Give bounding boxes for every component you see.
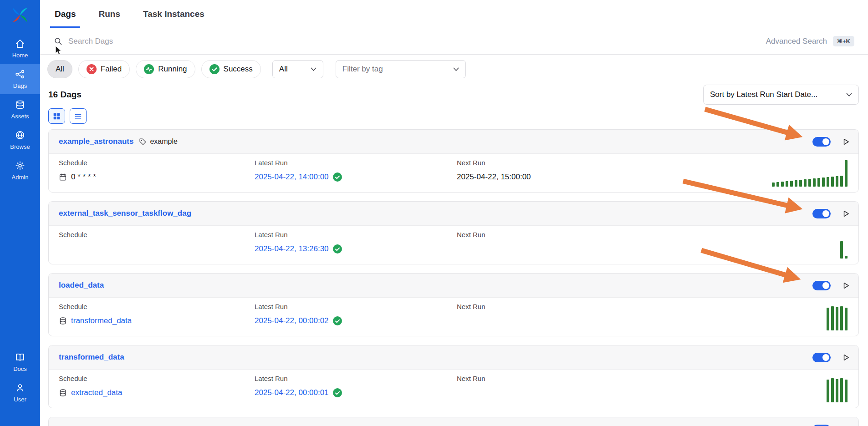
run-bar[interactable] [799, 180, 802, 187]
sidebar-item-docs[interactable]: Docs [0, 347, 40, 377]
run-bar[interactable] [817, 178, 820, 187]
run-history-sparkline[interactable] [827, 378, 848, 402]
run-history-sparkline[interactable] [827, 306, 848, 330]
run-bar[interactable] [781, 182, 784, 187]
trigger-dag-button[interactable] [842, 281, 850, 290]
dag-pause-toggle[interactable] [812, 425, 831, 426]
run-bar[interactable] [790, 181, 793, 187]
tab-dags[interactable]: Dags [54, 0, 77, 28]
filter-chip-all[interactable]: All [47, 60, 72, 78]
latest-run-link[interactable]: 2025-04-22, 00:00:02 [255, 316, 329, 325]
run-bar[interactable] [772, 183, 775, 187]
run-bar[interactable] [836, 307, 838, 330]
run-bar[interactable] [804, 179, 807, 187]
sidebar-item-admin[interactable]: Admin [0, 155, 40, 186]
latest-run-label: Latest Run [255, 375, 457, 382]
running-icon [144, 64, 154, 74]
dag-card-body: Schedule transformed_data Latest Run 202… [49, 298, 858, 336]
dag-card-header: external_task_sensor_taskflow_dag [49, 202, 858, 226]
schedule-value: 0 * * * * [59, 172, 255, 182]
sidebar-item-user[interactable]: User [0, 377, 40, 408]
toggle-knob [822, 354, 829, 361]
run-bar[interactable] [845, 256, 848, 259]
run-bar[interactable] [813, 178, 816, 187]
dag-name-link[interactable]: transformed_data [59, 353, 124, 362]
sort-select[interactable]: Sort by Latest Run Start Date... [703, 85, 859, 105]
dataset-icon [59, 389, 67, 397]
run-bar[interactable] [827, 380, 829, 402]
latest-run-link[interactable]: 2025-04-22, 00:00:01 [255, 388, 329, 397]
dag-name-link[interactable]: loaded_data [59, 281, 104, 290]
filter-chip-failed[interactable]: Failed [78, 60, 130, 78]
run-bar[interactable] [845, 380, 848, 402]
run-bar[interactable] [840, 176, 843, 187]
dag-pause-toggle[interactable] [812, 137, 831, 147]
run-bar[interactable] [822, 178, 825, 187]
list-header: 16 Dags Sort by Latest Run Start Date... [40, 84, 868, 105]
table-view-button[interactable] [70, 108, 87, 124]
dag-pause-toggle[interactable] [812, 209, 831, 218]
play-icon [842, 209, 850, 218]
chevron-down-icon [846, 93, 852, 97]
dag-name-link[interactable]: external_task_sensor_taskflow_dag [59, 209, 191, 218]
paused-filter-select[interactable]: All [272, 60, 323, 78]
tab-bar: Dags Runs Task Instances [40, 0, 868, 28]
sidebar-item-browse[interactable]: Browse [0, 125, 40, 155]
run-bar[interactable] [836, 176, 838, 187]
trigger-dag-button[interactable] [842, 137, 850, 146]
sidebar-item-home[interactable]: Home [0, 33, 40, 64]
run-bar[interactable] [845, 308, 848, 330]
latest-run-link[interactable]: 2025-04-22, 13:26:30 [255, 244, 329, 254]
airflow-logo[interactable] [11, 6, 29, 26]
schedule-asset-link[interactable]: extracted_data [71, 388, 122, 397]
run-bar[interactable] [840, 306, 843, 330]
sidebar-item-dags[interactable]: Dags [0, 64, 40, 94]
dag-name-link[interactable]: example_astronauts [59, 137, 133, 146]
latest-run-link[interactable]: 2025-04-22, 14:00:00 [255, 172, 329, 182]
run-bar[interactable] [840, 378, 843, 402]
run-history-sparkline[interactable] [772, 160, 848, 187]
latest-run-label: Latest Run [255, 159, 457, 167]
run-bar[interactable] [845, 160, 848, 187]
run-bar[interactable] [786, 181, 788, 187]
play-icon [842, 137, 850, 146]
run-bar[interactable] [776, 182, 779, 187]
sidebar-item-assets[interactable]: Assets [0, 94, 40, 125]
run-bar[interactable] [827, 177, 829, 187]
run-bar[interactable] [840, 241, 843, 259]
dag-pause-toggle[interactable] [812, 281, 831, 290]
dag-card-body: Schedule Latest Run 2025-04-22, 13:26:30… [49, 226, 858, 264]
card-view-button[interactable] [48, 108, 65, 124]
tab-task-instances[interactable]: Task Instances [142, 0, 205, 28]
run-bar[interactable] [831, 306, 834, 330]
calendar-icon [59, 173, 67, 181]
dag-pause-toggle[interactable] [812, 353, 831, 362]
app-window: Home Dags Assets Browse Admin Docs User … [0, 0, 868, 426]
success-icon [209, 64, 220, 74]
run-bar[interactable] [836, 379, 838, 402]
run-bar[interactable] [808, 179, 811, 187]
schedule-asset-link[interactable]: transformed_data [71, 316, 132, 325]
sidebar-item-label: Assets [11, 113, 29, 120]
dag-tag[interactable]: example [139, 137, 177, 146]
dag-card-external_task_sensor_taskflow_dag: external_task_sensor_taskflow_dag Schedu… [48, 201, 859, 264]
sidebar: Home Dags Assets Browse Admin Docs User [0, 0, 40, 426]
tag-filter-select[interactable]: Filter by tag [336, 60, 466, 78]
filter-chip-running[interactable]: Running [136, 60, 195, 78]
run-bar[interactable] [831, 378, 834, 402]
trigger-dag-button[interactable] [842, 353, 850, 362]
chip-label: All [56, 65, 64, 74]
search-icon [54, 37, 62, 46]
run-bar[interactable] [831, 177, 834, 187]
failed-icon [87, 64, 97, 74]
grid-icon [53, 112, 61, 120]
trigger-dag-button[interactable] [842, 209, 850, 218]
search-input[interactable] [68, 37, 760, 46]
advanced-search-link[interactable]: Advanced Search [766, 37, 827, 46]
tab-runs[interactable]: Runs [97, 0, 121, 28]
filter-chip-success[interactable]: Success [201, 60, 261, 78]
run-bar[interactable] [827, 308, 829, 330]
run-bar[interactable] [795, 180, 797, 187]
run-history-sparkline[interactable] [840, 241, 848, 259]
dag-card-header: parameterized_query [49, 417, 858, 426]
